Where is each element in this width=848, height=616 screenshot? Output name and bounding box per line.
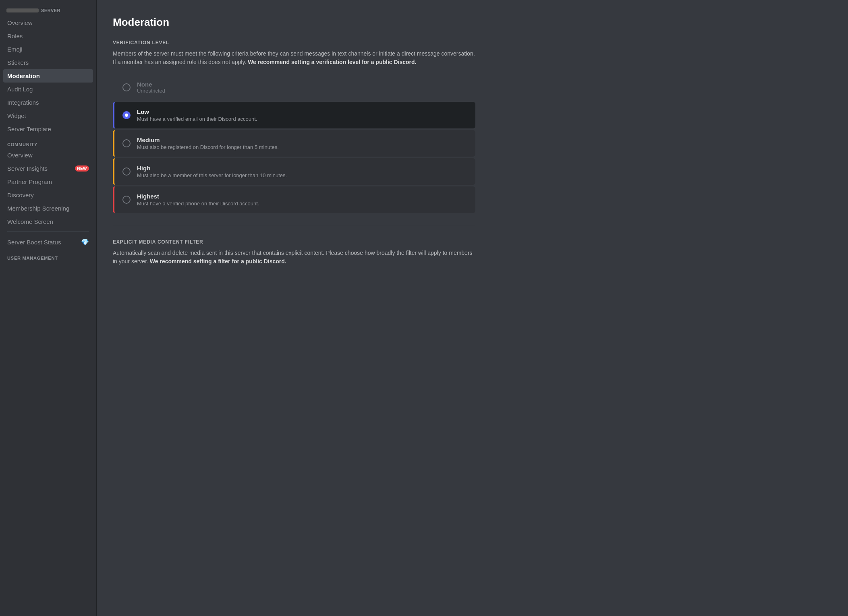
sidebar-item-label: Partner Program [7, 178, 52, 185]
radio-content-medium: Medium Must also be registered on Discor… [137, 136, 467, 150]
verification-section-label: VERIFICATION LEVEL [113, 40, 832, 45]
explicit-filter-description: Automatically scan and delete media sent… [113, 249, 475, 266]
radio-title-none: None [137, 81, 467, 88]
sidebar-item-boost-status[interactable]: Server Boost Status 💎 [3, 235, 93, 249]
sidebar-item-overview[interactable]: Overview [3, 16, 93, 29]
sidebar-item-label: Emoji [7, 46, 23, 53]
sidebar-item-label: Membership Screening [7, 205, 69, 212]
radio-desc-none: Unrestricted [137, 88, 467, 94]
community-section-header: COMMUNITY [3, 136, 93, 149]
sidebar-item-label: Overview [7, 152, 33, 159]
sidebar-item-label: Roles [7, 33, 23, 39]
verification-description-bold: We recommend setting a verification leve… [248, 59, 416, 65]
radio-desc-medium: Must also be registered on Discord for l… [137, 144, 467, 150]
radio-title-highest: Highest [137, 193, 467, 200]
sidebar-item-integrations[interactable]: Integrations [3, 96, 93, 109]
page-title: Moderation [113, 16, 832, 29]
explicit-filter-section-label: EXPLICIT MEDIA CONTENT FILTER [113, 239, 832, 245]
radio-option-high[interactable]: High Must also be a member of this serve… [113, 158, 475, 185]
radio-content-highest: Highest Must have a verified phone on th… [137, 193, 467, 207]
sidebar-item-moderation[interactable]: Moderation [3, 69, 93, 83]
radio-option-medium[interactable]: Medium Must also be registered on Discor… [113, 130, 475, 157]
radio-content-none: None Unrestricted [137, 81, 467, 94]
sidebar-item-emoji[interactable]: Emoji [3, 43, 93, 56]
sidebar-item-label: Server Boost Status [7, 239, 61, 246]
sidebar-item-label: Welcome Screen [7, 218, 53, 225]
radio-circle-highest [122, 196, 131, 204]
sidebar-item-label: Stickers [7, 59, 29, 66]
radio-circle-none [122, 83, 131, 91]
radio-title-high: High [137, 165, 467, 172]
sidebar-item-roles[interactable]: Roles [3, 29, 93, 43]
new-badge: NEW [75, 165, 89, 172]
radio-option-none[interactable]: None Unrestricted [113, 74, 475, 100]
radio-option-low[interactable]: Low Must have a verified email on their … [113, 102, 475, 128]
section-divider [113, 226, 475, 226]
sidebar-item-membership-screening[interactable]: Membership Screening [3, 202, 93, 215]
sidebar-item-server-insights[interactable]: Server Insights NEW [3, 162, 93, 175]
sidebar: SERVER Overview Roles Emoji Stickers Mod… [0, 0, 97, 616]
radio-option-highest[interactable]: Highest Must have a verified phone on th… [113, 186, 475, 213]
verification-section: VERIFICATION LEVEL Members of the server… [113, 40, 832, 213]
sidebar-item-label: Server Insights [7, 165, 48, 172]
radio-circle-high [122, 167, 131, 176]
radio-circle-medium [122, 139, 131, 147]
radio-desc-highest: Must have a verified phone on their Disc… [137, 201, 467, 207]
radio-content-low: Low Must have a verified email on their … [137, 108, 467, 122]
explicit-filter-description-bold: We recommend setting a filter for a publ… [150, 258, 286, 265]
radio-desc-high: Must also be a member of this server for… [137, 172, 467, 178]
radio-content-high: High Must also be a member of this serve… [137, 165, 467, 178]
server-label-text: SERVER [41, 8, 60, 13]
sidebar-item-welcome-screen[interactable]: Welcome Screen [3, 215, 93, 228]
explicit-filter-section: EXPLICIT MEDIA CONTENT FILTER Automatica… [113, 239, 832, 266]
sidebar-item-label: Overview [7, 19, 33, 26]
sidebar-item-label: Audit Log [7, 86, 33, 93]
main-content: Moderation VERIFICATION LEVEL Members of… [97, 0, 848, 616]
sidebar-item-label: Server Template [7, 126, 51, 132]
server-section-header: SERVER [3, 6, 93, 16]
sidebar-item-widget[interactable]: Widget [3, 109, 93, 122]
sidebar-item-audit-log[interactable]: Audit Log [3, 83, 93, 96]
radio-title-low: Low [137, 108, 467, 115]
user-management-section-header: USER MANAGEMENT [3, 249, 93, 262]
radio-title-medium: Medium [137, 136, 467, 143]
sidebar-item-label: Widget [7, 112, 26, 119]
sidebar-item-label: Discovery [7, 192, 34, 198]
sidebar-item-label: Integrations [7, 99, 39, 106]
sidebar-item-community-overview[interactable]: Overview [3, 149, 93, 162]
sidebar-divider [7, 232, 89, 232]
boost-icon: 💎 [81, 238, 89, 246]
sidebar-item-label: Moderation [7, 72, 40, 79]
sidebar-item-discovery[interactable]: Discovery [3, 188, 93, 202]
radio-desc-low: Must have a verified email on their Disc… [137, 116, 467, 122]
server-name-redacted [6, 8, 39, 12]
verification-description: Members of the server must meet the foll… [113, 50, 475, 66]
sidebar-item-server-template[interactable]: Server Template [3, 122, 93, 136]
sidebar-item-partner-program[interactable]: Partner Program [3, 175, 93, 188]
sidebar-item-stickers[interactable]: Stickers [3, 56, 93, 69]
radio-circle-low [122, 111, 131, 119]
